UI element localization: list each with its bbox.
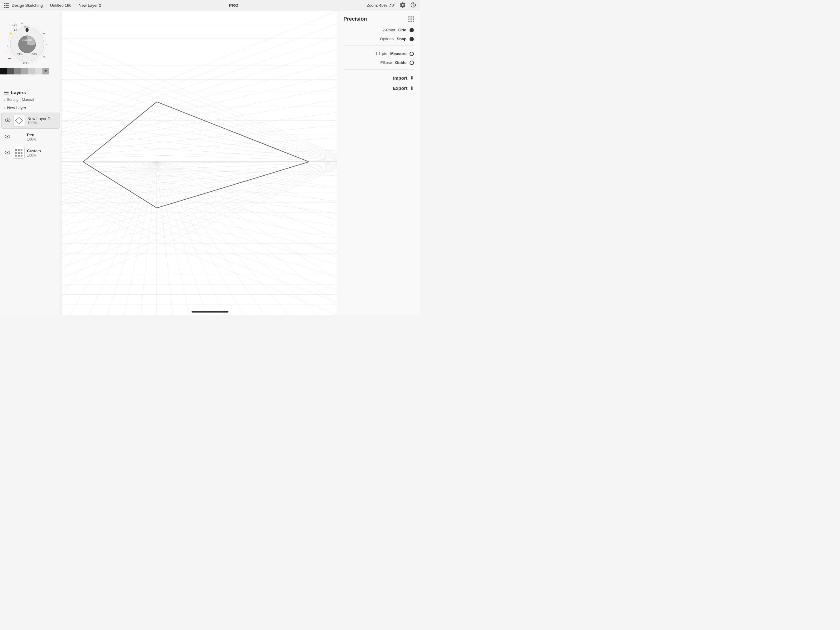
- sorting-label: Sorting: [7, 98, 19, 102]
- import-icon: ⬇: [410, 75, 414, 81]
- pro-badge: PRO: [229, 3, 238, 8]
- panel-dots-icon[interactable]: [408, 16, 414, 22]
- layer-item[interactable]: Custom 100%: [1, 145, 60, 161]
- panel-divider: [343, 46, 414, 46]
- layer-thumbnail: [13, 131, 25, 143]
- eye-icon[interactable]: [4, 135, 11, 139]
- measure-toggle[interactable]: [409, 52, 414, 56]
- snap-label: Options: [380, 36, 393, 41]
- layer-opacity: 100%: [27, 121, 50, 125]
- color-strip[interactable]: [0, 67, 49, 75]
- svg-marker-0: [83, 102, 309, 208]
- svg-text:▬: ▬: [8, 56, 11, 60]
- svg-text:3.23 pts: 3.23 pts: [22, 38, 32, 41]
- svg-point-21: [7, 120, 9, 121]
- svg-text:≋: ≋: [21, 22, 24, 25]
- grid-key: Grid: [398, 28, 406, 32]
- eye-icon[interactable]: [5, 118, 11, 123]
- svg-text:21%: 21%: [17, 52, 23, 56]
- import-label: Import: [393, 75, 407, 81]
- layer-thumbnail: [13, 147, 25, 159]
- grid-label: 2-Point: [382, 28, 395, 32]
- grid-row[interactable]: 2-Point Grid: [343, 28, 414, 32]
- tool-wheel[interactable]: 3.23 pts 21% 100% ‹ ⚡ 3.23 ↩ ⌷ ✎ 8'11 ▬ …: [3, 14, 54, 75]
- guide-key: Guide: [395, 60, 406, 65]
- home-indicator: [191, 311, 229, 313]
- svg-marker-22: [15, 117, 23, 124]
- app-name: Design Sketching: [12, 3, 43, 8]
- swatch-pale-gray[interactable]: [35, 68, 43, 74]
- layers-title: Layers: [11, 90, 26, 95]
- right-panel: Precision 2-Point Grid Options Snap 1:1 …: [337, 11, 420, 315]
- layer-opacity: 100%: [27, 153, 41, 157]
- export-label: Export: [393, 85, 407, 91]
- panel-divider-2: [343, 69, 414, 70]
- svg-point-18: [25, 28, 28, 32]
- panel-title: Precision: [343, 16, 367, 22]
- svg-text:↩: ↩: [43, 32, 45, 35]
- layer-item[interactable]: Pen 100%: [1, 129, 60, 144]
- export-button[interactable]: Export ⬆: [343, 85, 414, 91]
- guide-toggle[interactable]: [409, 60, 414, 65]
- swatch-lighter-gray[interactable]: [28, 68, 35, 74]
- snap-toggle[interactable]: [409, 37, 414, 41]
- svg-text:8'11: 8'11: [24, 62, 29, 65]
- sep2: ·: [74, 3, 76, 8]
- guide-row[interactable]: Ellipse Guide: [343, 60, 414, 65]
- settings-icon[interactable]: [400, 2, 406, 9]
- zoom-label: Zoom: 45% ↺0°: [366, 3, 395, 8]
- import-button[interactable]: Import ⬇: [343, 75, 414, 81]
- hamburger-icon[interactable]: [4, 91, 9, 95]
- svg-text:✎: ✎: [43, 55, 46, 59]
- svg-text:⌷: ⌷: [46, 41, 47, 45]
- svg-text:‹: ‹: [7, 43, 8, 47]
- layers-header: Layers: [0, 88, 61, 97]
- file-name[interactable]: Untitled 166: [50, 3, 71, 8]
- new-layer-button[interactable]: + New Layer: [0, 104, 61, 112]
- color-strip-arrow[interactable]: [43, 68, 49, 74]
- new-layer-label: + New Layer: [4, 106, 26, 110]
- svg-point-26: [7, 152, 8, 154]
- measure-key: Measure: [390, 51, 406, 56]
- sorting-value: Manual: [22, 98, 34, 102]
- svg-text:↩: ↩: [14, 28, 17, 32]
- swatch-dark-gray[interactable]: [7, 68, 14, 74]
- guide-label: Ellipse: [381, 60, 392, 65]
- grid-toggle[interactable]: [409, 28, 414, 32]
- svg-point-24: [7, 136, 8, 138]
- layer-thumbnail: [13, 115, 25, 127]
- layer-opacity: 100%: [27, 137, 36, 141]
- snap-key: Snap: [396, 36, 406, 41]
- swatch-black[interactable]: [0, 68, 7, 74]
- app-grid-icon[interactable]: [4, 3, 9, 8]
- layer-name: Pen: [27, 133, 36, 137]
- svg-text:≈: ≈: [6, 51, 7, 54]
- layer-item[interactable]: New Layer 2 100%: [1, 112, 60, 128]
- sort-icon: ↕: [4, 98, 6, 102]
- measure-row[interactable]: 1:1 pts Measure: [343, 51, 414, 56]
- export-icon: ⬆: [410, 85, 414, 91]
- help-icon[interactable]: [410, 2, 416, 9]
- svg-text:5.28: 5.28: [12, 24, 17, 27]
- sorting-row[interactable]: ↕ Sorting | Manual: [0, 97, 61, 104]
- swatch-light-gray[interactable]: [21, 68, 28, 74]
- svg-text:⚡: ⚡: [9, 31, 13, 35]
- layer-name: Custom: [27, 149, 41, 153]
- snap-row[interactable]: Options Snap: [343, 36, 414, 41]
- current-layer-name: New Layer 2: [79, 3, 101, 8]
- swatch-gray[interactable]: [14, 68, 21, 74]
- svg-text:100%: 100%: [30, 52, 37, 56]
- eye-icon[interactable]: [4, 150, 11, 155]
- layer-name: New Layer 2: [27, 116, 50, 121]
- sep1: ·: [46, 3, 47, 8]
- measure-label: 1:1 pts: [375, 51, 387, 56]
- topbar: Design Sketching · Untitled 166 · New La…: [0, 0, 420, 11]
